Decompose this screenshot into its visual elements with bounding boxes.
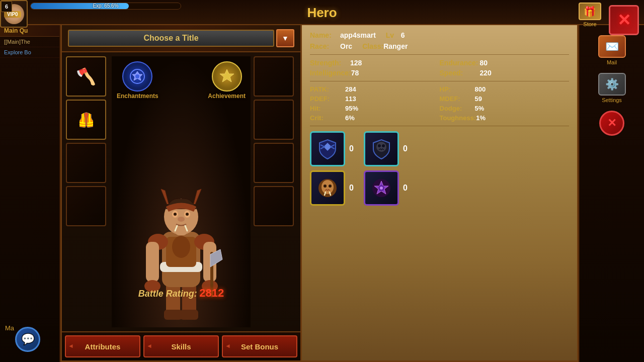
primary-stats: Strength: 128 Endurance: 80 Intelligence… bbox=[310, 59, 569, 77]
enchant-icon bbox=[122, 61, 152, 92]
settings-button[interactable]: ⚙️ Settings bbox=[594, 73, 629, 103]
svg-rect-12 bbox=[146, 242, 159, 282]
hp-value: 800 bbox=[475, 85, 505, 93]
dropdown-button[interactable]: ▼ bbox=[276, 29, 294, 47]
enchantments-badge[interactable]: Enchantments bbox=[117, 61, 158, 100]
class-label: Class: bbox=[362, 42, 383, 50]
endurance-value: 80 bbox=[480, 59, 520, 67]
mail-label: Mail bbox=[607, 59, 617, 65]
stats-divider-2 bbox=[310, 81, 569, 81]
skills-button[interactable]: Skills bbox=[143, 335, 219, 357]
race-class-row: Race: Orc Class: Ranger bbox=[310, 42, 569, 50]
axe-icon: 🪓 bbox=[76, 67, 96, 86]
hit-label: Hit: bbox=[310, 105, 345, 112]
map-button[interactable]: Ma bbox=[5, 324, 14, 332]
equip-slot-armor[interactable]: 🦺 bbox=[66, 100, 106, 140]
badge-item-0: 0 bbox=[310, 131, 354, 166]
race-value: Orc bbox=[340, 42, 352, 50]
svg-point-29 bbox=[324, 185, 327, 188]
shield-wing-badge[interactable] bbox=[310, 131, 345, 166]
badge-count-1: 0 bbox=[403, 144, 408, 153]
intelligence-label: Intelligence: bbox=[310, 69, 351, 77]
right-sidebar: ✉️ Mail ⚙️ Settings ✕ bbox=[579, 25, 644, 362]
armor-icon: 🦺 bbox=[77, 112, 95, 128]
svg-rect-5 bbox=[180, 310, 198, 320]
equip-slot-left-3[interactable] bbox=[66, 143, 106, 183]
mdef-label: MDEF: bbox=[440, 95, 475, 103]
page-title: Hero bbox=[0, 0, 644, 25]
name-value: app4smart bbox=[340, 31, 376, 39]
equipment-area: 🪓 🦺 bbox=[62, 52, 300, 331]
lv-label: Lv bbox=[386, 31, 401, 39]
badge-item-3: 0 bbox=[364, 170, 408, 206]
strength-value: 128 bbox=[350, 59, 390, 67]
achievement-icon bbox=[212, 61, 242, 92]
svg-point-26 bbox=[382, 144, 385, 147]
badge-row-2: 0 0 bbox=[310, 170, 569, 206]
store-button[interactable]: 🎁 Store bbox=[576, 3, 604, 27]
char-portrait: Enchantments Achievement bbox=[112, 56, 251, 327]
svg-point-21 bbox=[174, 213, 177, 216]
strength-label: Strength: bbox=[310, 59, 350, 67]
battle-rating: Battle Rating: 2812 bbox=[112, 287, 251, 300]
crit-value: 6% bbox=[345, 114, 375, 122]
speed-label: Speed: bbox=[440, 69, 480, 77]
badge-item-1: 0 bbox=[364, 131, 408, 166]
choose-title-button[interactable]: Choose a Title bbox=[68, 30, 274, 47]
close-icon: ✕ bbox=[617, 11, 631, 30]
svg-point-22 bbox=[186, 213, 189, 216]
svg-point-1 bbox=[135, 74, 139, 78]
equip-slot-axe[interactable]: 🪓 bbox=[66, 56, 106, 97]
name-level-row: Name: app4smart Lv 6 bbox=[310, 31, 569, 39]
class-value: Ranger bbox=[383, 42, 408, 50]
mail-button[interactable]: ✉️ Mail bbox=[594, 35, 629, 65]
badge-count-2: 0 bbox=[349, 184, 354, 193]
stats-divider-3 bbox=[310, 126, 569, 126]
dark-mage-badge[interactable] bbox=[364, 170, 399, 206]
mail-icon: ✉️ bbox=[598, 35, 626, 58]
level-badge: 6 bbox=[1, 1, 12, 12]
hit-value: 95% bbox=[345, 105, 375, 112]
toughness-stat: Toughness: 1% bbox=[440, 114, 570, 122]
skull-shield-badge[interactable] bbox=[364, 131, 399, 166]
toughness-value: 1% bbox=[476, 114, 506, 122]
equip-slot-left-4[interactable] bbox=[66, 186, 106, 226]
svg-point-23 bbox=[178, 217, 185, 222]
hit-stat: Hit: 95% bbox=[310, 105, 440, 112]
title-bar: Choose a Title ▼ bbox=[62, 25, 300, 52]
strength-stat: Strength: 128 bbox=[310, 59, 440, 67]
achievement-badge[interactable]: Achievement bbox=[208, 61, 246, 100]
dodge-value: 5% bbox=[475, 105, 505, 112]
character-center: Enchantments Achievement bbox=[112, 56, 251, 327]
equip-slot-right-3[interactable] bbox=[254, 143, 294, 183]
left-slot-column: 🪓 🦺 bbox=[66, 56, 109, 327]
quest-explore[interactable]: Explore Bo bbox=[0, 47, 59, 58]
combat-stats: PATK: 284 HP: 800 PDEF: 113 MDEF: 59 Hit… bbox=[310, 85, 569, 122]
dodge-stat: Dodge: 5% bbox=[440, 105, 570, 112]
settings-icon: ⚙️ bbox=[598, 73, 626, 96]
top-bar: 6 Exp: 65.6% VIP0 Hero bbox=[0, 0, 644, 25]
equip-slot-right-4[interactable] bbox=[254, 186, 294, 226]
badge-row-1: 0 0 bbox=[310, 131, 569, 166]
orc-head-badge[interactable] bbox=[310, 170, 345, 206]
equip-slot-right-1[interactable] bbox=[254, 56, 294, 97]
patk-stat: PATK: 284 bbox=[310, 85, 440, 93]
lv-value: 6 bbox=[401, 31, 405, 39]
set-bonus-button[interactable]: Set Bonus bbox=[222, 335, 297, 357]
attributes-button[interactable]: Attributes bbox=[65, 335, 140, 357]
pdef-value: 113 bbox=[345, 95, 375, 103]
main-panel: Choose a Title ▼ 🪓 🦺 bbox=[60, 25, 579, 362]
achievement-label: Achievement bbox=[208, 93, 246, 100]
svg-point-28 bbox=[321, 180, 334, 194]
quest-item: [[Main]The bbox=[0, 37, 59, 47]
equip-slot-right-2[interactable] bbox=[254, 100, 294, 140]
battle-rating-value: 2812 bbox=[199, 287, 224, 299]
store-icon: 🎁 bbox=[579, 3, 601, 20]
badge-count-3: 0 bbox=[403, 184, 408, 193]
close-button[interactable]: ✕ bbox=[609, 5, 639, 35]
settings-label: Settings bbox=[602, 97, 622, 103]
chat-button[interactable]: 💬 bbox=[15, 327, 40, 352]
close-circle-button[interactable]: ✕ bbox=[599, 111, 624, 136]
hp-label: HP: bbox=[440, 85, 475, 93]
crit-label: Crit: bbox=[310, 114, 345, 122]
